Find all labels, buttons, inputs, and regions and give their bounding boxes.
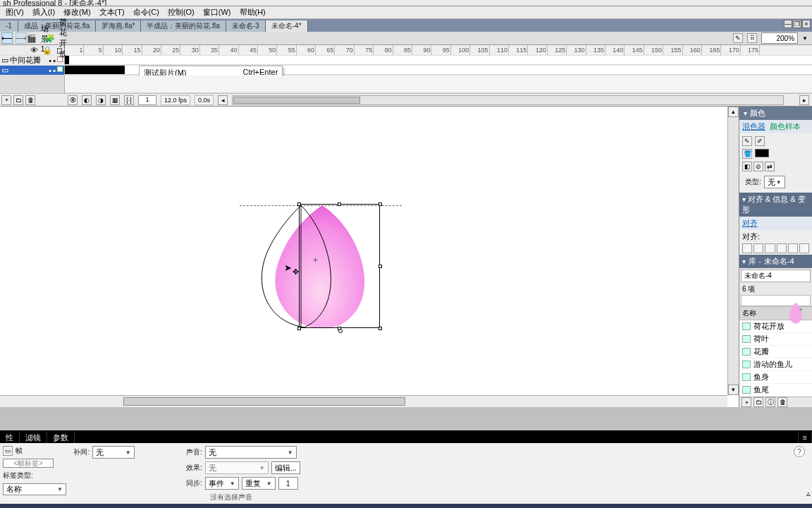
pencil-edit-icon[interactable]: ✐: [755, 136, 765, 146]
frame-ruler[interactable]: 1510152025303540455055606570758085909510…: [65, 45, 812, 55]
vscroll-down-icon[interactable]: ▾: [728, 385, 739, 395]
menu-view[interactable]: 图(V): [1, 6, 28, 19]
vscroll-up-icon[interactable]: ▴: [728, 107, 739, 117]
menu-window[interactable]: 窗口(W): [199, 6, 235, 19]
zoom-caret-icon[interactable]: ▼: [802, 35, 808, 42]
hscroll-thumb[interactable]: [123, 397, 405, 406]
stroke-picker-icon[interactable]: ✎: [742, 136, 752, 146]
lib-item-3[interactable]: 游动的鱼儿: [739, 358, 812, 371]
scene-breadcrumb-symbol[interactable]: 🧩 荷花开放: [48, 32, 63, 44]
menu-text[interactable]: 文本(T): [95, 6, 129, 19]
stage-hscroll[interactable]: [0, 395, 727, 407]
onion-skin-outlines-icon[interactable]: ◑: [96, 95, 106, 105]
timeline-hscroll[interactable]: [232, 95, 784, 105]
expand-arrow-icon[interactable]: ▵: [806, 489, 811, 498]
align-hcenter-icon[interactable]: [753, 243, 763, 253]
center-frame-icon[interactable]: ⦿: [68, 95, 78, 105]
new-symbol-icon[interactable]: ＋: [742, 397, 751, 407]
onion-skin-icon[interactable]: ◐: [82, 95, 92, 105]
doc-tab-4[interactable]: 未命名-3: [226, 20, 266, 32]
zoom-combo[interactable]: [761, 32, 798, 44]
new-layer-icon[interactable]: ＋: [1, 95, 11, 105]
align-vcenter-icon[interactable]: [788, 243, 798, 253]
no-color-icon[interactable]: ⊘: [753, 162, 763, 171]
tween-select[interactable]: 无▼: [92, 446, 135, 459]
panel-menu-icon[interactable]: ≡: [799, 432, 812, 443]
sel-handle-tm[interactable]: [338, 202, 341, 206]
tab-properties[interactable]: 性: [0, 432, 20, 443]
layer-row-1[interactable]: ▭ •• 测试影片(M) Ctrl+Enter: [0, 65, 812, 75]
lib-item-2[interactable]: 花瓣: [739, 346, 812, 358]
doc-tab-3[interactable]: 半成品：美丽的荷花.fla: [141, 20, 226, 32]
new-folder-icon[interactable]: 🗀: [753, 397, 763, 407]
sel-handle-mr[interactable]: [379, 265, 382, 268]
sync-select[interactable]: 事件▼: [205, 477, 239, 490]
doc-tab-0[interactable]: -1: [0, 20, 18, 32]
scene-breadcrumb-scene[interactable]: 🎬 场景 1: [30, 32, 45, 44]
align-panel-title[interactable]: ▾ 对齐 & 信息 & 变形: [739, 193, 812, 217]
library-doc-select[interactable]: 未命名-4: [741, 270, 811, 282]
sel-handle-br[interactable]: [379, 327, 382, 330]
black-white-icon[interactable]: ◧: [742, 162, 752, 171]
align-bottom-icon[interactable]: [799, 243, 809, 253]
sel-handle-bl[interactable]: [297, 327, 301, 330]
repeat-select[interactable]: 重复▼: [242, 477, 276, 490]
edit-scene-icon[interactable]: ✎: [733, 33, 743, 43]
doc-tab-2[interactable]: 罗海燕.fla*: [96, 20, 141, 32]
align-right-icon[interactable]: [765, 243, 775, 253]
layer-row-0[interactable]: ▭ 中间花瓣 ••: [0, 55, 812, 65]
current-frame: 1: [138, 95, 156, 105]
swap-colors-icon[interactable]: ⇄: [765, 162, 775, 171]
symbol-props-icon[interactable]: ⓘ: [765, 397, 775, 407]
back-arrow-icon[interactable]: ⟵: [1, 32, 13, 44]
label-type-select[interactable]: 名称▼: [3, 483, 66, 495]
menu-insert[interactable]: 插入(I): [28, 6, 59, 19]
doc-restore-icon[interactable]: ❐: [793, 20, 801, 28]
rotation-handle[interactable]: [338, 329, 343, 333]
color-type-select[interactable]: 无▼: [764, 176, 785, 188]
modify-markers-icon[interactable]: [·]: [124, 95, 134, 105]
new-folder-icon[interactable]: 🗀: [13, 95, 23, 105]
sel-handle-tr[interactable]: [379, 202, 382, 206]
align-left-icon[interactable]: [742, 243, 752, 253]
help-icon[interactable]: ?: [794, 446, 805, 457]
fill-bucket-icon[interactable]: 🪣: [742, 149, 752, 159]
sound-select[interactable]: 无▼: [205, 446, 297, 459]
scroll-left-icon[interactable]: ◂: [218, 95, 228, 105]
color-panel-title[interactable]: ▾ 颜色: [739, 107, 812, 120]
stage-vscroll[interactable]: ▴ ▾: [727, 107, 739, 395]
lib-item-5[interactable]: 鱼尾: [739, 384, 812, 397]
symbol-nav-icon[interactable]: ⠿: [747, 33, 757, 43]
stage-area[interactable]: + ➤ ✥ ▴ ▾: [0, 107, 739, 407]
tab-params[interactable]: 参数: [47, 432, 75, 443]
menu-help[interactable]: 帮助(H): [235, 6, 270, 19]
delete-layer-icon[interactable]: 🗑: [25, 95, 35, 105]
tab-swatches[interactable]: 颜色样本: [770, 122, 801, 131]
doc-tab-1[interactable]: 成品：美丽的荷花.fla: [18, 20, 96, 32]
library-panel-title[interactable]: ▾ 库 - 未命名-4: [739, 255, 812, 268]
library-list[interactable]: 荷花开放 荷叶 花瓣 游动的鱼儿 鱼身 鱼尾: [739, 320, 812, 397]
doc-close-icon[interactable]: ×: [802, 20, 811, 28]
doc-minimize-icon[interactable]: —: [784, 20, 792, 28]
edit-effect-button[interactable]: 编辑...: [271, 461, 300, 474]
eye-icon[interactable]: 👁: [30, 46, 38, 54]
align-tab[interactable]: 对齐: [742, 219, 758, 227]
lib-item-1[interactable]: 荷叶: [739, 333, 812, 346]
edit-multiple-frames-icon[interactable]: ▦: [110, 95, 120, 105]
repeat-count-input[interactable]: [278, 477, 298, 490]
lib-item-4[interactable]: 鱼身: [739, 371, 812, 384]
tab-mixer[interactable]: 混色器: [742, 122, 765, 131]
menu-control[interactable]: 控制(O): [164, 6, 199, 19]
doc-tab-5[interactable]: 未命名-4*: [266, 20, 308, 32]
tab-filters[interactable]: 滤镜: [20, 432, 47, 443]
fill-color-swatch[interactable]: [755, 149, 769, 157]
delete-symbol-icon[interactable]: 🗑: [777, 397, 787, 407]
menu-commands[interactable]: 命令(C): [129, 6, 164, 19]
scroll-right-icon[interactable]: ▸: [799, 95, 809, 105]
sel-handle-tl[interactable]: [297, 202, 301, 206]
stage-canvas[interactable]: + ➤ ✥: [0, 107, 727, 395]
frame-label-input[interactable]: [3, 459, 54, 468]
layer-empty-area[interactable]: [0, 75, 812, 93]
selection-bounding-box[interactable]: [299, 204, 380, 328]
align-top-icon[interactable]: [777, 243, 787, 253]
